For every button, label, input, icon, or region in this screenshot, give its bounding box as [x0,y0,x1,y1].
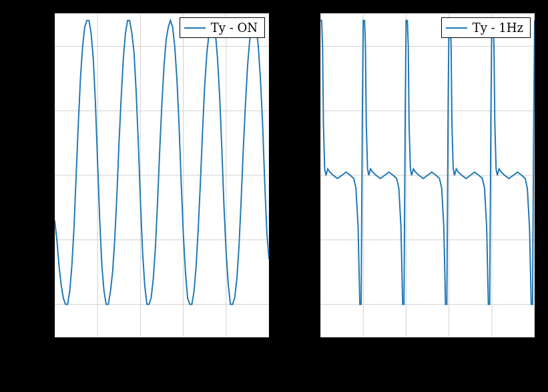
ytick: -10 [27,234,51,247]
legend-right: Ty - 1Hz [441,17,531,38]
x-axis-label: Time [s] [137,360,192,376]
ytick: -10 [292,234,316,247]
xtick: 0 [315,341,323,355]
xtick: 3 [180,341,188,355]
y-axis-label: Torque [Nm] [286,127,302,213]
xtick: 2 [136,341,144,355]
xtick: 4 [489,341,497,355]
xtick: 2 [402,341,410,355]
ytick: -20 [292,299,316,313]
left-plot-svg [55,13,269,337]
ytick: -20 [27,299,51,313]
x-axis-label: Time [s] [402,360,458,376]
ytick: 20 [32,38,51,51]
xtick: 5 [266,341,274,355]
xtick: 1 [93,341,101,355]
grid [55,14,269,337]
right-plot: Ty - 1Hz [319,12,536,339]
xtick: 3 [445,341,453,355]
y-axis-label: Torque [Nm] [20,127,36,213]
xtick: 0 [49,341,57,355]
ytick: 10 [32,103,51,117]
series-ty-on [55,21,269,305]
figure: { "chart_data": [ { "type": "line", "tit… [0,0,548,392]
legend-label: Ty - ON [211,21,258,35]
legend-left: Ty - ON [180,17,265,38]
xtick: 4 [223,341,231,355]
xtick: 5 [532,341,540,355]
ytick: 20 [298,38,316,51]
left-plot: Ty - ON [53,12,270,339]
ytick: 10 [298,103,316,117]
xtick: 1 [358,341,366,355]
legend-swatch [446,27,467,29]
series-ty-1hz [320,21,535,305]
legend-label: Ty - 1Hz [473,21,523,35]
right-plot-svg [320,13,535,337]
legend-swatch [184,27,206,29]
